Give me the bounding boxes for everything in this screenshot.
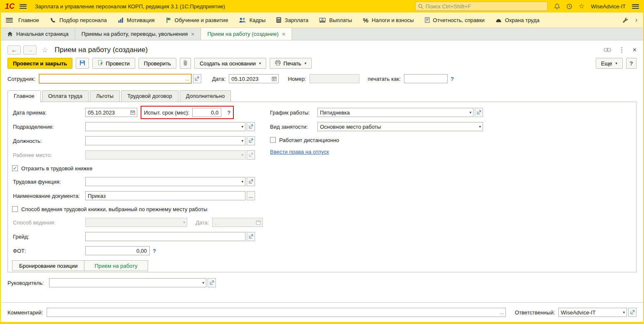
favorite-star-icon[interactable]: ☆ [42,46,48,55]
help-button[interactable]: ? [626,58,637,69]
menu-item-payments[interactable]: Выплаты [314,12,357,27]
more-options-icon[interactable]: ⋮ [619,47,625,53]
fot-help[interactable]: ? [153,248,156,254]
probation-input[interactable] [193,108,221,117]
search-input[interactable] [426,3,545,10]
save-button[interactable] [76,58,89,69]
print-as-input[interactable] [404,75,447,83]
schedule-dropdown-button[interactable]: ▾ [467,108,473,117]
schedule-field[interactable]: ▾ [317,108,473,117]
doc-name-select-button[interactable]: ... [247,191,255,200]
main-menu-icon[interactable] [20,4,27,9]
comment-field[interactable]: ... [47,308,506,317]
menu-item-labor-safety[interactable]: Охрана труда [490,12,545,27]
close-document-icon[interactable]: × [633,47,637,53]
remote-checkbox[interactable] [270,137,276,143]
copy-link-icon[interactable] [604,48,611,52]
employee-open-button[interactable] [193,74,201,83]
date-field[interactable] [229,74,279,83]
home-tab[interactable]: Начальная страница [1,28,75,40]
responsible-input[interactable] [559,308,620,317]
doc-name-input[interactable] [86,192,245,200]
tab-benefits[interactable]: Льготы [90,90,120,102]
notifications-bell-icon[interactable] [554,3,560,10]
tab-contract[interactable]: Трудовой договор [121,90,178,102]
booking-position-button[interactable]: Бронирование позиции [12,260,84,271]
grade-input[interactable] [86,232,245,241]
global-search[interactable] [415,2,547,11]
print-as-field[interactable] [404,74,448,83]
grade-field[interactable] [85,232,245,241]
date-input[interactable] [229,75,270,83]
labor-function-open-button[interactable] [247,177,255,186]
reflect-workbook-checkbox[interactable]: ✓ [12,165,18,171]
calendar-icon[interactable] [129,108,137,117]
grade-open-button[interactable] [247,232,255,241]
panel-overflow-chevron-icon[interactable]: › [634,16,638,24]
menu-item-salary[interactable]: Зарплата [271,12,314,27]
back-button[interactable]: ← [7,45,21,55]
check-button[interactable]: Проверить [139,58,176,69]
post-and-close-button[interactable]: Провести и закрыть [7,58,72,69]
user-button[interactable]: WiseAdvice-IT [591,3,626,10]
employee-select-button[interactable]: ... [184,75,191,83]
probation-help[interactable]: ? [227,110,230,116]
print-button[interactable]: Печать▾ [270,58,312,69]
hire-button[interactable]: Прием на работу [84,260,148,271]
employment-field[interactable]: ▾ [317,122,483,131]
fot-field[interactable] [85,246,150,255]
employment-dropdown-button[interactable]: ▾ [476,122,483,131]
menu-item-motivation[interactable]: Мотивация [112,12,160,27]
menu-item-hr[interactable]: Кадры [233,12,271,27]
manager-dropdown-button[interactable]: ▾ [200,279,206,287]
department-open-button[interactable] [247,122,255,131]
vacation-rights-link[interactable]: Ввести права на отпуск [270,149,329,155]
schedule-input[interactable] [318,108,467,117]
titlebar-menu-icon[interactable] [632,4,639,9]
history-icon[interactable] [566,3,572,10]
labor-function-dropdown-button[interactable]: ▾ [239,177,245,186]
department-input[interactable] [86,122,239,131]
favorites-star-icon[interactable]: ☆ [579,3,585,10]
post-button[interactable]: Провести [92,58,135,69]
responsible-dropdown-button[interactable]: ▾ [620,308,627,317]
probation-field[interactable] [192,108,221,117]
tab-main[interactable]: Главное [7,90,41,102]
hire-date-input[interactable] [86,108,129,117]
menu-item-taxes[interactable]: %Налоги и взносы [357,12,419,27]
responsible-field[interactable]: ▾ [558,308,627,317]
employment-input[interactable] [318,122,476,131]
more-button[interactable]: Еще▾ [596,58,623,69]
position-input[interactable] [86,137,239,145]
labor-function-input[interactable] [86,177,239,186]
position-open-button[interactable] [247,136,255,145]
menu-item-recruiting[interactable]: Подбор персонала [45,12,112,27]
schedule-open-button[interactable] [475,108,483,117]
comment-select-button[interactable]: ... [498,308,505,317]
employee-field[interactable]: ... [39,74,192,84]
manager-open-button[interactable] [208,278,216,287]
position-dropdown-button[interactable]: ▾ [239,137,245,145]
print-as-help[interactable]: ? [451,76,454,82]
fot-input[interactable] [86,247,149,255]
attach-button[interactable] [180,58,191,69]
menu-item-reports[interactable]: Отчетность, справки [419,12,490,27]
tab-hirings-transfers[interactable]: Приемы на работу, переводы, увольнения × [75,28,201,40]
department-field[interactable]: ▾ [85,122,245,131]
menu-item-training[interactable]: Обучение и развитие [160,12,234,27]
responsible-open-button[interactable] [628,308,637,317]
prev-workbook-checkbox[interactable] [12,206,18,212]
tab-pay[interactable]: Оплата труда [42,90,89,102]
service-wrench-icon[interactable] [622,17,629,23]
employee-input[interactable] [40,75,184,83]
labor-function-field[interactable]: ▾ [85,177,245,186]
tab-additional[interactable]: Дополнительно [180,90,231,102]
manager-field[interactable]: ▾ [49,278,206,287]
comment-input[interactable] [47,308,498,317]
department-dropdown-button[interactable]: ▾ [239,122,245,131]
create-based-on-button[interactable]: Создать на основании▾ [194,58,266,69]
menu-item-main[interactable]: Главное [13,12,45,27]
sections-menu-icon[interactable] [6,18,13,22]
calendar-icon[interactable] [270,75,278,83]
manager-input[interactable] [50,279,200,287]
